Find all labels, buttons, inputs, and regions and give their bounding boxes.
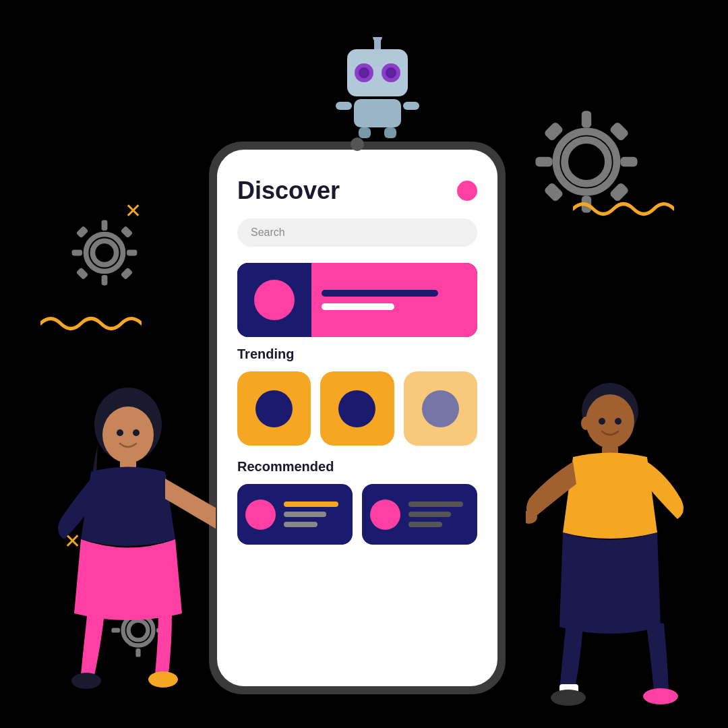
gear-left-icon [67, 216, 142, 290]
trending-small-circle-1 [255, 390, 293, 427]
man-character [526, 377, 694, 715]
svg-rect-37 [384, 127, 396, 138]
svg-rect-19 [121, 267, 133, 280]
trending-card-line-2 [322, 303, 394, 310]
svg-point-43 [71, 673, 101, 689]
search-placeholder: Search [251, 226, 285, 238]
header-dot-icon [457, 181, 477, 201]
page-title: Discover [237, 177, 340, 205]
woman-svg [40, 384, 216, 708]
discover-header: Discover [237, 177, 477, 205]
rec-card-2-lines [408, 502, 469, 527]
trending-card-circle-icon [254, 280, 295, 320]
rec-line-5 [408, 512, 451, 517]
rec-line-6 [408, 522, 442, 527]
svg-point-11 [92, 241, 116, 264]
rec-card-1[interactable] [237, 484, 353, 545]
svg-rect-2 [582, 111, 591, 127]
trending-card-line-1 [322, 290, 438, 297]
rec-card-1-circle [245, 499, 276, 530]
trending-small-card-2[interactable] [320, 371, 394, 446]
trending-card-left [237, 263, 311, 337]
rec-card-1-lines [284, 502, 344, 527]
rec-card-2[interactable] [362, 484, 477, 545]
svg-rect-14 [72, 250, 82, 256]
svg-point-39 [102, 406, 154, 463]
svg-rect-8 [543, 182, 564, 203]
wave-bottom-left-icon [40, 310, 142, 337]
svg-rect-6 [543, 121, 564, 142]
svg-point-53 [643, 688, 678, 704]
svg-point-52 [551, 690, 586, 706]
phone-frame: Discover Search Trending [209, 142, 506, 694]
svg-rect-33 [354, 99, 401, 127]
svg-point-1 [565, 140, 609, 184]
svg-rect-12 [102, 220, 108, 231]
search-input[interactable]: Search [237, 218, 477, 247]
recommended-cards-row [237, 484, 477, 545]
rec-line-1 [284, 502, 338, 507]
svg-rect-36 [359, 127, 371, 138]
svg-rect-17 [121, 226, 133, 239]
svg-rect-15 [127, 250, 137, 256]
robot-svg [330, 37, 425, 138]
robot-character [330, 37, 425, 138]
trending-label: Trending [237, 346, 477, 362]
plus-top-left-icon: ✕ [125, 199, 142, 222]
featured-trending-card[interactable] [237, 263, 477, 337]
svg-point-48 [586, 394, 634, 448]
svg-rect-7 [609, 121, 630, 142]
trending-card-right [311, 263, 477, 337]
svg-rect-5 [620, 157, 637, 166]
svg-point-55 [615, 418, 621, 425]
svg-point-45 [117, 429, 123, 436]
svg-rect-35 [403, 102, 419, 110]
trending-cards-row [237, 371, 477, 446]
svg-point-32 [386, 67, 396, 78]
rec-line-3 [284, 522, 317, 527]
man-svg [526, 377, 694, 715]
trending-small-card-3[interactable] [404, 371, 477, 446]
svg-rect-4 [535, 157, 552, 166]
svg-point-56 [581, 417, 590, 430]
wave-top-right-icon [573, 195, 674, 222]
trending-small-card-1[interactable] [237, 371, 311, 446]
svg-point-54 [599, 418, 605, 425]
recommended-label: Recommended [237, 459, 477, 475]
rec-card-2-circle [370, 499, 400, 530]
phone-screen: Discover Search Trending [217, 150, 497, 686]
svg-rect-16 [76, 226, 89, 239]
svg-rect-13 [102, 275, 108, 285]
svg-rect-34 [336, 102, 352, 110]
svg-point-31 [359, 67, 369, 78]
svg-point-46 [133, 429, 140, 436]
trending-small-circle-2 [338, 390, 375, 427]
phone-camera [351, 138, 364, 151]
rec-line-2 [284, 512, 326, 517]
svg-point-44 [148, 671, 178, 688]
woman-character [40, 384, 216, 708]
trending-small-circle-3 [422, 390, 459, 427]
rec-line-4 [408, 502, 463, 507]
svg-rect-18 [76, 267, 89, 280]
